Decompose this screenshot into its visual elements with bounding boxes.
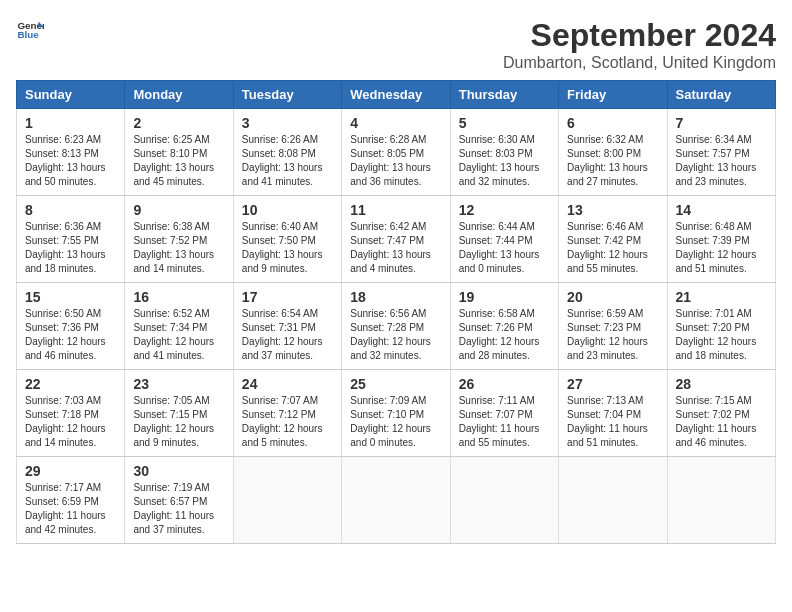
day-number: 17 <box>242 289 333 305</box>
day-number: 9 <box>133 202 224 218</box>
calendar-day-17: 17Sunrise: 6:54 AM Sunset: 7:31 PM Dayli… <box>233 283 341 370</box>
day-number: 18 <box>350 289 441 305</box>
day-info: Sunrise: 7:03 AM Sunset: 7:18 PM Dayligh… <box>25 394 116 450</box>
calendar-week-row-2: 8Sunrise: 6:36 AM Sunset: 7:55 PM Daylig… <box>17 196 776 283</box>
day-number: 7 <box>676 115 767 131</box>
calendar-week-row-5: 29Sunrise: 7:17 AM Sunset: 6:59 PM Dayli… <box>17 457 776 544</box>
day-number: 25 <box>350 376 441 392</box>
calendar-day-6: 6Sunrise: 6:32 AM Sunset: 8:00 PM Daylig… <box>559 109 667 196</box>
day-info: Sunrise: 7:07 AM Sunset: 7:12 PM Dayligh… <box>242 394 333 450</box>
calendar-day-25: 25Sunrise: 7:09 AM Sunset: 7:10 PM Dayli… <box>342 370 450 457</box>
calendar-day-24: 24Sunrise: 7:07 AM Sunset: 7:12 PM Dayli… <box>233 370 341 457</box>
day-number: 19 <box>459 289 550 305</box>
calendar-day-10: 10Sunrise: 6:40 AM Sunset: 7:50 PM Dayli… <box>233 196 341 283</box>
calendar-table: SundayMondayTuesdayWednesdayThursdayFrid… <box>16 80 776 544</box>
calendar-day-header-friday: Friday <box>559 81 667 109</box>
calendar-week-row-1: 1Sunrise: 6:23 AM Sunset: 8:13 PM Daylig… <box>17 109 776 196</box>
calendar-day-header-tuesday: Tuesday <box>233 81 341 109</box>
day-info: Sunrise: 6:26 AM Sunset: 8:08 PM Dayligh… <box>242 133 333 189</box>
day-number: 23 <box>133 376 224 392</box>
calendar-day-empty <box>342 457 450 544</box>
calendar-day-22: 22Sunrise: 7:03 AM Sunset: 7:18 PM Dayli… <box>17 370 125 457</box>
calendar-day-4: 4Sunrise: 6:28 AM Sunset: 8:05 PM Daylig… <box>342 109 450 196</box>
calendar-day-header-wednesday: Wednesday <box>342 81 450 109</box>
calendar-day-14: 14Sunrise: 6:48 AM Sunset: 7:39 PM Dayli… <box>667 196 775 283</box>
calendar-week-row-3: 15Sunrise: 6:50 AM Sunset: 7:36 PM Dayli… <box>17 283 776 370</box>
day-info: Sunrise: 7:17 AM Sunset: 6:59 PM Dayligh… <box>25 481 116 537</box>
calendar-day-28: 28Sunrise: 7:15 AM Sunset: 7:02 PM Dayli… <box>667 370 775 457</box>
calendar-day-empty <box>233 457 341 544</box>
day-info: Sunrise: 6:25 AM Sunset: 8:10 PM Dayligh… <box>133 133 224 189</box>
day-info: Sunrise: 6:32 AM Sunset: 8:00 PM Dayligh… <box>567 133 658 189</box>
day-number: 15 <box>25 289 116 305</box>
day-number: 11 <box>350 202 441 218</box>
calendar-day-empty <box>667 457 775 544</box>
calendar-day-12: 12Sunrise: 6:44 AM Sunset: 7:44 PM Dayli… <box>450 196 558 283</box>
calendar-day-5: 5Sunrise: 6:30 AM Sunset: 8:03 PM Daylig… <box>450 109 558 196</box>
svg-text:Blue: Blue <box>17 29 39 40</box>
calendar-day-26: 26Sunrise: 7:11 AM Sunset: 7:07 PM Dayli… <box>450 370 558 457</box>
calendar-day-header-sunday: Sunday <box>17 81 125 109</box>
day-info: Sunrise: 7:15 AM Sunset: 7:02 PM Dayligh… <box>676 394 767 450</box>
day-info: Sunrise: 6:56 AM Sunset: 7:28 PM Dayligh… <box>350 307 441 363</box>
day-info: Sunrise: 6:23 AM Sunset: 8:13 PM Dayligh… <box>25 133 116 189</box>
calendar-day-header-saturday: Saturday <box>667 81 775 109</box>
day-info: Sunrise: 7:19 AM Sunset: 6:57 PM Dayligh… <box>133 481 224 537</box>
calendar-day-18: 18Sunrise: 6:56 AM Sunset: 7:28 PM Dayli… <box>342 283 450 370</box>
day-number: 10 <box>242 202 333 218</box>
page-header: General Blue September 2024 Dumbarton, S… <box>16 16 776 72</box>
day-number: 4 <box>350 115 441 131</box>
day-number: 27 <box>567 376 658 392</box>
subtitle: Dumbarton, Scotland, United Kingdom <box>503 54 776 72</box>
day-info: Sunrise: 6:54 AM Sunset: 7:31 PM Dayligh… <box>242 307 333 363</box>
calendar-day-16: 16Sunrise: 6:52 AM Sunset: 7:34 PM Dayli… <box>125 283 233 370</box>
calendar-day-20: 20Sunrise: 6:59 AM Sunset: 7:23 PM Dayli… <box>559 283 667 370</box>
day-info: Sunrise: 6:48 AM Sunset: 7:39 PM Dayligh… <box>676 220 767 276</box>
calendar-day-3: 3Sunrise: 6:26 AM Sunset: 8:08 PM Daylig… <box>233 109 341 196</box>
day-number: 2 <box>133 115 224 131</box>
day-number: 6 <box>567 115 658 131</box>
calendar-week-row-4: 22Sunrise: 7:03 AM Sunset: 7:18 PM Dayli… <box>17 370 776 457</box>
day-info: Sunrise: 6:30 AM Sunset: 8:03 PM Dayligh… <box>459 133 550 189</box>
day-info: Sunrise: 6:40 AM Sunset: 7:50 PM Dayligh… <box>242 220 333 276</box>
day-info: Sunrise: 7:01 AM Sunset: 7:20 PM Dayligh… <box>676 307 767 363</box>
day-info: Sunrise: 6:50 AM Sunset: 7:36 PM Dayligh… <box>25 307 116 363</box>
day-info: Sunrise: 6:42 AM Sunset: 7:47 PM Dayligh… <box>350 220 441 276</box>
day-info: Sunrise: 6:38 AM Sunset: 7:52 PM Dayligh… <box>133 220 224 276</box>
day-info: Sunrise: 6:28 AM Sunset: 8:05 PM Dayligh… <box>350 133 441 189</box>
calendar-day-2: 2Sunrise: 6:25 AM Sunset: 8:10 PM Daylig… <box>125 109 233 196</box>
day-number: 3 <box>242 115 333 131</box>
day-info: Sunrise: 6:58 AM Sunset: 7:26 PM Dayligh… <box>459 307 550 363</box>
calendar-day-7: 7Sunrise: 6:34 AM Sunset: 7:57 PM Daylig… <box>667 109 775 196</box>
day-number: 30 <box>133 463 224 479</box>
calendar-day-21: 21Sunrise: 7:01 AM Sunset: 7:20 PM Dayli… <box>667 283 775 370</box>
calendar-day-header-monday: Monday <box>125 81 233 109</box>
day-info: Sunrise: 7:05 AM Sunset: 7:15 PM Dayligh… <box>133 394 224 450</box>
main-title: September 2024 <box>503 16 776 54</box>
day-number: 21 <box>676 289 767 305</box>
day-info: Sunrise: 6:52 AM Sunset: 7:34 PM Dayligh… <box>133 307 224 363</box>
calendar-day-19: 19Sunrise: 6:58 AM Sunset: 7:26 PM Dayli… <box>450 283 558 370</box>
day-info: Sunrise: 6:36 AM Sunset: 7:55 PM Dayligh… <box>25 220 116 276</box>
day-number: 5 <box>459 115 550 131</box>
day-info: Sunrise: 7:11 AM Sunset: 7:07 PM Dayligh… <box>459 394 550 450</box>
day-number: 13 <box>567 202 658 218</box>
calendar-header-row: SundayMondayTuesdayWednesdayThursdayFrid… <box>17 81 776 109</box>
day-number: 14 <box>676 202 767 218</box>
day-number: 16 <box>133 289 224 305</box>
day-info: Sunrise: 6:34 AM Sunset: 7:57 PM Dayligh… <box>676 133 767 189</box>
day-number: 26 <box>459 376 550 392</box>
calendar-day-30: 30Sunrise: 7:19 AM Sunset: 6:57 PM Dayli… <box>125 457 233 544</box>
calendar-day-27: 27Sunrise: 7:13 AM Sunset: 7:04 PM Dayli… <box>559 370 667 457</box>
day-number: 28 <box>676 376 767 392</box>
calendar-day-empty <box>450 457 558 544</box>
calendar-day-9: 9Sunrise: 6:38 AM Sunset: 7:52 PM Daylig… <box>125 196 233 283</box>
calendar-day-29: 29Sunrise: 7:17 AM Sunset: 6:59 PM Dayli… <box>17 457 125 544</box>
calendar-day-23: 23Sunrise: 7:05 AM Sunset: 7:15 PM Dayli… <box>125 370 233 457</box>
day-number: 22 <box>25 376 116 392</box>
title-section: September 2024 Dumbarton, Scotland, Unit… <box>503 16 776 72</box>
day-info: Sunrise: 6:44 AM Sunset: 7:44 PM Dayligh… <box>459 220 550 276</box>
logo-icon: General Blue <box>16 16 44 44</box>
calendar-day-13: 13Sunrise: 6:46 AM Sunset: 7:42 PM Dayli… <box>559 196 667 283</box>
calendar-day-8: 8Sunrise: 6:36 AM Sunset: 7:55 PM Daylig… <box>17 196 125 283</box>
